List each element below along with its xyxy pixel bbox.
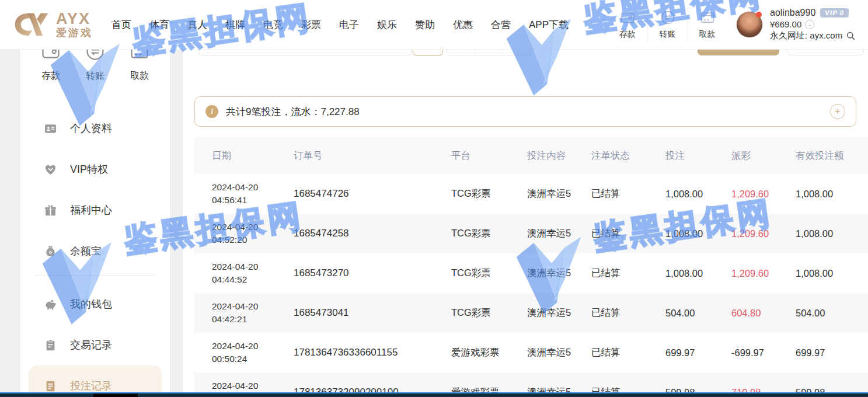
order-cell: 1685473270	[294, 267, 451, 279]
search-icon[interactable]	[846, 31, 856, 41]
status-cell: 已结算	[591, 307, 665, 319]
ayx-logo-icon	[13, 11, 50, 39]
nav-item[interactable]: APP下载	[529, 18, 569, 32]
ayx-logo[interactable]: AYX 爱游戏	[13, 11, 93, 39]
moneybag-icon	[44, 245, 57, 258]
column-header: 订单号	[294, 149, 451, 162]
vip-icon	[44, 163, 57, 176]
bet-amount-cell: 1,008.00	[665, 189, 731, 200]
nav-item[interactable]: 电竞	[263, 18, 283, 32]
order-cell: 1781364736336601155	[294, 347, 451, 358]
card-icon	[699, 9, 716, 26]
info-icon: i	[205, 105, 218, 118]
sidebar-menu-item[interactable]: 个人资料	[20, 108, 170, 149]
valid-bet-cell: 504.00	[796, 308, 868, 319]
column-header: 日期	[212, 149, 294, 162]
wallet-icon	[619, 9, 636, 26]
status-cell: 已结算	[591, 346, 665, 359]
id-card-icon	[44, 122, 57, 135]
logo-text-ayx: AYX	[56, 11, 93, 27]
nav-item[interactable]: 真人	[187, 18, 207, 32]
logo-text-cn: 爱游戏	[56, 27, 93, 39]
table-body: 2024-04-20 04:56:41 1685474726 TCG彩票 澳洲幸…	[194, 174, 868, 397]
transfer-icon	[660, 9, 676, 26]
bet-content-cell: 澳洲幸运5	[527, 267, 591, 280]
sidebar-menu-item[interactable]: 交易记录	[20, 325, 170, 365]
bet-content-cell: 澳洲幸运5	[527, 187, 591, 200]
gift-icon	[44, 204, 57, 217]
payout-cell: 604.80	[731, 308, 796, 319]
status-cell: 已结算	[591, 227, 665, 240]
column-header: 投注内容	[527, 149, 591, 162]
table-row: 2024-04-20 04:56:41 1685474726 TCG彩票 澳洲幸…	[194, 174, 868, 214]
record-icon	[44, 379, 57, 393]
nav-item[interactable]: 彩票	[301, 18, 321, 32]
sidebar-menu-item[interactable]: 福利中心	[20, 190, 170, 231]
platform-cell: TCG彩票	[451, 307, 527, 319]
valid-bet-cell: 1,008.00	[796, 268, 868, 279]
bottom-bar-segment	[93, 393, 138, 397]
nav-item[interactable]: 首页	[111, 18, 131, 32]
date-cell: 2024-04-20 04:42:21	[212, 300, 294, 325]
sidebar-menu-item[interactable]: 我的钱包	[20, 284, 170, 325]
main-panel: i 共计9笔投注，流水：7,227.88 + 日期订单号平台投注内容注单状态投注…	[183, 32, 868, 397]
header-quick-action[interactable]: 存款	[608, 7, 647, 42]
notification-dot	[756, 12, 762, 18]
payout-cell: 1,209.60	[731, 228, 796, 239]
table-row: 2024-04-20 00:50:24 1781364736336601155 …	[194, 333, 868, 372]
header-quick-action[interactable]: 转账	[647, 7, 687, 42]
main-nav: 首页体育真人棋牌电竞彩票电子娱乐赞助优惠合营APP下载	[111, 18, 569, 32]
bets-table: 日期订单号平台投注内容注单状态投注派彩有效投注额 2024-04-20 04:5…	[194, 137, 868, 397]
table-row: 2024-04-20 04:42:21 1685473041 TCG彩票 澳洲幸…	[194, 293, 868, 333]
date-cell: 2024-04-20 04:56:41	[212, 181, 294, 206]
username: aolinba990	[770, 8, 815, 18]
bottom-bar	[0, 392, 868, 397]
status-cell: 已结算	[591, 267, 665, 280]
nav-item[interactable]: 优惠	[453, 18, 473, 32]
vip-badge: VIP 0	[820, 8, 849, 18]
nav-item[interactable]: 赞助	[415, 18, 435, 32]
summary-bar: i 共计9笔投注，流水：7,227.88 +	[194, 96, 856, 127]
bet-amount-cell: 1,008.00	[665, 228, 731, 239]
date-cell: 2024-04-20 00:50:24	[212, 340, 294, 365]
bet-amount-cell: 1,008.00	[665, 268, 731, 279]
header-quick-actions: 存款 转账 取款	[608, 7, 727, 42]
permanent-url: 永久网址: ayx.com	[770, 30, 842, 41]
top-header: AYX 爱游戏 首页体育真人棋牌电竞彩票电子娱乐赞助优惠合营APP下载 存款 转…	[0, 0, 868, 50]
table-row: 2024-04-20 04:44:52 1685473270 TCG彩票 澳洲幸…	[194, 253, 868, 293]
valid-bet-cell: 1,008.00	[796, 228, 868, 239]
bet-amount-cell: 699.97	[665, 347, 731, 358]
nav-item[interactable]: 合营	[491, 18, 511, 32]
nav-item[interactable]: 电子	[339, 18, 359, 32]
sidebar-menu-item[interactable]: VIP特权	[20, 149, 170, 190]
piggy-icon	[44, 298, 57, 311]
header-quick-action[interactable]: 取款	[687, 7, 727, 42]
nav-item[interactable]: 体育	[149, 18, 169, 32]
valid-bet-cell: 1,008.00	[796, 189, 868, 200]
clipboard-icon	[44, 339, 57, 352]
payout-cell: 1,209.60	[731, 189, 796, 200]
payout-cell: 1,209.60	[731, 268, 796, 279]
nav-item[interactable]: 棋牌	[225, 18, 245, 32]
bet-content-cell: 澳洲幸运5	[527, 346, 591, 359]
nav-item[interactable]: 娱乐	[377, 18, 397, 32]
platform-cell: 爱游戏彩票	[451, 346, 527, 359]
balance: ¥669.00	[770, 19, 801, 29]
column-header: 有效投注额	[796, 149, 868, 162]
balance-dropdown-icon[interactable]: ⌄	[805, 20, 814, 29]
sidebar-divider	[34, 275, 156, 276]
expand-plus-button[interactable]: +	[830, 104, 845, 119]
bet-amount-cell: 504.00	[665, 308, 731, 319]
platform-cell: TCG彩票	[451, 227, 527, 240]
date-cell: 2024-04-20 04:52:20	[212, 221, 294, 246]
order-cell: 1685474726	[294, 188, 451, 200]
platform-cell: TCG彩票	[451, 187, 527, 200]
column-header: 平台	[451, 149, 527, 162]
order-cell: 1685474258	[294, 228, 451, 239]
sidebar-menu-item[interactable]: 余额宝	[20, 231, 170, 271]
status-cell: 已结算	[591, 187, 665, 200]
sidebar: 存款 转账 取款 个人资料 VIP特权	[20, 0, 170, 397]
column-header: 注单状态	[591, 149, 665, 162]
page: i 共计9笔投注，流水：7,227.88 + 日期订单号平台投注内容注单状态投注…	[0, 0, 868, 397]
table-row: 2024-04-20 04:52:20 1685474258 TCG彩票 澳洲幸…	[194, 214, 868, 253]
